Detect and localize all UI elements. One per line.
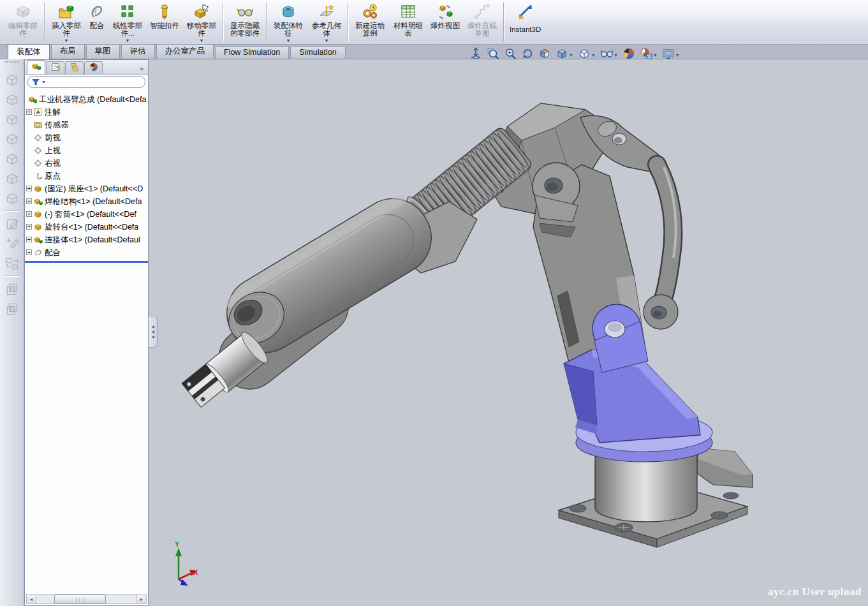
expand-icon[interactable] (26, 223, 32, 232)
toolbar-button-mate[interactable]: 配合 (85, 1, 108, 43)
scrollbar-thumb[interactable]: | | | (54, 595, 106, 603)
tree-horizontal-scrollbar[interactable]: ◄ | | | ► (26, 594, 147, 604)
toolbar-button-move-component[interactable]: 移动零部件▼ (182, 1, 221, 43)
view-cube-icon[interactable] (4, 112, 20, 127)
expand-icon[interactable] (26, 197, 32, 206)
filter-dropdown-arrow[interactable]: ▼ (41, 80, 46, 84)
tree-item-11[interactable]: 连接体<1> (Default<Defaul (25, 233, 148, 246)
tree-item-1[interactable]: A注解 (25, 106, 148, 119)
tree-item-3[interactable]: 前视 (25, 131, 148, 144)
view-cube-corner-icon[interactable] (4, 191, 20, 206)
ribbon-tab-装配体[interactable]: 装配体 (8, 44, 50, 59)
ribbon-tab-Flow Simulation[interactable]: Flow Simulation (215, 46, 289, 59)
tree-item-8[interactable]: 焊枪结构<1> (Default<Defa (25, 195, 148, 208)
panel-tab-propertymanager[interactable] (46, 61, 64, 74)
tree-item-12[interactable]: 配合 (25, 246, 148, 259)
tree-item-2[interactable]: 传感器 (25, 119, 148, 131)
ribbon-tab-评估[interactable]: 评估 (121, 44, 155, 59)
toolbar-button-linear-component-pattern[interactable]: 线性零部件...▼ (108, 1, 147, 43)
headsup-zoom-to-fit-button[interactable] (469, 47, 482, 63)
toolbar-button-reference-geometry[interactable]: 参考几何体▼ (307, 1, 346, 43)
expand-icon[interactable] (26, 184, 32, 193)
sketch-add-icon[interactable] (4, 236, 20, 251)
tree-item-label: 传感器 (45, 120, 69, 131)
expand-icon[interactable] (26, 235, 32, 244)
expand-icon[interactable] (26, 108, 32, 117)
dropdown-arrow-icon[interactable]: ▼ (653, 53, 658, 57)
dropdown-arrow-icon[interactable]: ▼ (614, 53, 618, 57)
displaymanager-icon (89, 63, 99, 74)
headsup-apply-scene-button[interactable]: ▼ (640, 47, 658, 63)
view-cube-icon[interactable] (4, 171, 20, 186)
dropdown-arrow-icon[interactable]: ▼ (675, 53, 680, 57)
toolbar-button-exploded-view[interactable]: 爆炸视图 (427, 1, 463, 43)
dropdown-arrow-icon[interactable]: ▼ (591, 53, 596, 57)
panel-tab-configurationmanager[interactable] (65, 61, 84, 74)
toolbar-button-new-motion-study[interactable]: 新建运动算例 (351, 1, 389, 43)
toolbar-button-bill-of-materials[interactable]: 材料明细表 (389, 1, 427, 43)
toolbar-button-smart-fasteners[interactable]: 智能扣件 (147, 1, 182, 43)
view-cube-icon[interactable] (4, 131, 20, 147)
dropdown-arrow-icon[interactable]: ▼ (126, 38, 130, 43)
expand-icon[interactable] (26, 248, 32, 257)
headsup-view-settings-button[interactable]: ▼ (662, 47, 680, 63)
triad-x-label: X (193, 568, 198, 576)
headsup-section-view-button[interactable] (538, 47, 551, 63)
tree-item-4[interactable]: 上视 (25, 144, 148, 157)
ribbon-tab-办公室产品[interactable]: 办公室产品 (156, 44, 214, 59)
toolbar-separator (348, 3, 349, 41)
dropdown-arrow-icon[interactable]: ▼ (286, 38, 291, 43)
tree-item-6[interactable]: 原点 (25, 170, 148, 182)
scroll-right-button[interactable]: ► (136, 595, 146, 603)
graphics-area[interactable]: Y X ayc.cn User upload (149, 59, 868, 606)
panel-tab-displaymanager[interactable] (84, 61, 103, 74)
tree-item-label: 右视 (45, 158, 61, 169)
toolbar-button-show-hidden-components[interactable]: 显示隐藏的零部件 (226, 1, 264, 43)
tree-item-10[interactable]: 旋转台<1> (Default<<Defa (25, 221, 148, 233)
tree-filter-input[interactable]: ▼ (27, 76, 145, 88)
ribbon-tab-Simulation[interactable]: Simulation (290, 46, 345, 59)
tree-item-7[interactable]: (固定) 底座<1> (Default<<D (25, 182, 148, 195)
exchange-icon[interactable] (4, 256, 20, 271)
view-settings-icon (662, 47, 675, 63)
headsup-display-style-button[interactable]: ▼ (578, 47, 596, 63)
view-cube-icon[interactable] (4, 92, 20, 107)
copy-stack-icon[interactable] (4, 301, 20, 316)
view-cube-icon[interactable] (4, 151, 20, 166)
robot-arm-model[interactable]: Y X (149, 59, 868, 606)
dropdown-arrow-icon[interactable]: ▼ (200, 38, 204, 43)
ribbon-tab-布局[interactable]: 布局 (51, 44, 85, 59)
panel-collapse-handle[interactable]: ◀◀◀ (149, 316, 158, 348)
tree-item-9[interactable]: (-) 套筒<1> (Default<<Def (25, 208, 148, 221)
headsup-rotate-view-button[interactable] (521, 47, 534, 63)
toolbar-grip[interactable] (5, 61, 18, 68)
configurationmanager-icon (70, 63, 80, 74)
sketch-icon[interactable] (4, 216, 20, 232)
scroll-left-button[interactable]: ◄ (27, 595, 36, 603)
view-cube-icon[interactable] (4, 72, 20, 87)
headsup-zoom-in-out-button[interactable] (504, 47, 517, 63)
ribbon-tab-草图[interactable]: 草图 (86, 44, 120, 59)
expand-icon[interactable] (26, 210, 32, 219)
toolbar-button-instant3d[interactable]: Instant3D (506, 1, 544, 43)
tree-item-0[interactable]: 工业机器臂总成 (Default<Defa (25, 93, 148, 106)
panel-tab-featuremanager[interactable] (27, 60, 45, 74)
insert-component-icon (58, 3, 75, 22)
headsup-view-orientation-button[interactable]: ▼ (555, 47, 573, 63)
toolbar-button-assembly-features[interactable]: 装配体特征▼ (269, 1, 307, 43)
copy-stack-icon[interactable] (4, 281, 20, 297)
headsup-edit-appearance-button[interactable] (622, 47, 635, 63)
tree-split-bar[interactable] (25, 261, 148, 263)
dropdown-arrow-icon[interactable]: ▼ (569, 53, 573, 57)
panel-tab-overflow[interactable]: » (140, 64, 147, 74)
toolbar-button-insert-component[interactable]: 插入零部件▼ (47, 1, 85, 43)
zoom-in-out-icon (504, 47, 517, 63)
headsup-zoom-to-area-button[interactable] (487, 47, 499, 63)
tree-item-5[interactable]: 右视 (25, 157, 148, 170)
tree-item-label: 原点 (45, 171, 61, 182)
dropdown-arrow-icon[interactable]: ▼ (325, 38, 329, 43)
dropdown-arrow-icon[interactable]: ▼ (64, 38, 69, 43)
scrollbar-track[interactable]: | | | (36, 595, 136, 603)
headsup-hide-show-items-button[interactable]: ▼ (600, 47, 618, 63)
bill-of-materials-icon (400, 3, 416, 22)
